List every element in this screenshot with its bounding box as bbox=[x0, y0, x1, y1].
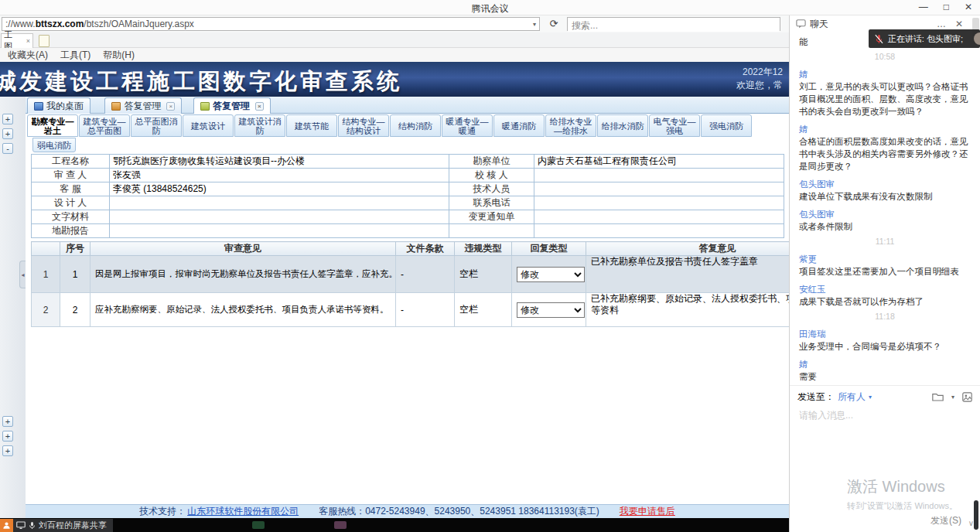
close-icon[interactable]: × bbox=[255, 102, 264, 111]
chat-title: 聊天 bbox=[810, 18, 828, 31]
send-to-selector[interactable]: 所有人 bbox=[838, 390, 866, 404]
support-company-link[interactable]: 山东环球软件股份有限公司 bbox=[187, 505, 299, 518]
menu-tools[interactable]: 工具(T) bbox=[60, 49, 90, 62]
maximize-icon[interactable]: □ bbox=[944, 2, 949, 12]
tab-hvac-fire[interactable]: 暖通消防 bbox=[493, 114, 545, 137]
file-attach-icon[interactable] bbox=[932, 392, 944, 401]
tab-plumbing[interactable]: 给排水专业—给排水 bbox=[545, 114, 596, 137]
tab-structure-design[interactable]: 结构专业—结构设计 bbox=[338, 114, 389, 137]
tab-structure-fire[interactable]: 结构消防 bbox=[390, 114, 441, 137]
tab-reply-management-active[interactable]: 答复管理 × bbox=[193, 97, 271, 114]
tab-siteplan-fire[interactable]: 总平面图消防 bbox=[131, 114, 182, 137]
tab-reply-management[interactable]: 答复管理 × bbox=[104, 97, 182, 114]
tab-plumbing-fire[interactable]: 给排水消防 bbox=[597, 114, 648, 137]
close-icon[interactable]: × bbox=[26, 37, 30, 45]
field-label: 客 服 bbox=[32, 182, 110, 196]
field-label: 审 查 人 bbox=[32, 169, 110, 182]
table-row[interactable]: 1 1 因是网上报审项目，报审时尚无勘察单位及报告书责任人签字盖章，应补充。 -… bbox=[32, 256, 790, 293]
desktop-icon bbox=[34, 102, 43, 111]
tab-weak-current-fire[interactable]: 弱电消防 bbox=[32, 138, 76, 152]
review-table: 序号 审查意见 文件条款 违规类型 回复类型 答复意见 1 1 因是网上报审项目… bbox=[31, 241, 789, 327]
scrollbar-thumb[interactable] bbox=[974, 500, 978, 530]
new-tab-button[interactable] bbox=[39, 35, 50, 47]
cell-seq: 1 bbox=[60, 256, 90, 293]
chevron-down-icon[interactable]: ▾ bbox=[951, 394, 954, 401]
discipline-tab-row2: 弱电消防 bbox=[32, 138, 76, 152]
chat-sender: 包头图审 bbox=[799, 178, 971, 190]
field-value: 张友强 bbox=[110, 169, 449, 182]
col-opinion: 审查意见 bbox=[90, 242, 396, 256]
tab-survey-geotech[interactable]: 勘察专业—岩土 bbox=[27, 114, 78, 137]
chat-bubble-icon bbox=[796, 19, 806, 29]
cell-reply[interactable]: 已补充勘察单位及报告书责任人签字盖章 bbox=[586, 256, 790, 293]
expand-button[interactable]: + bbox=[2, 431, 13, 442]
screenshot-icon[interactable] bbox=[962, 392, 972, 402]
reply-type-select[interactable]: 修改 bbox=[517, 302, 585, 318]
cell-clause: - bbox=[396, 256, 455, 293]
close-icon[interactable]: × bbox=[166, 102, 175, 111]
meeting-app-icon[interactable] bbox=[0, 519, 13, 532]
tab-my-desktop[interactable]: 我的桌面 bbox=[27, 97, 90, 114]
table-header-row: 序号 审查意见 文件条款 违规类型 回复类型 答复意见 bbox=[32, 242, 790, 256]
minimize-icon[interactable]: — bbox=[919, 2, 928, 12]
expand-button[interactable]: + bbox=[2, 445, 13, 456]
send-options-icon[interactable]: ∨ bbox=[968, 519, 974, 527]
expand-button[interactable]: + bbox=[2, 128, 13, 139]
tab-architecture-siteplan[interactable]: 建筑专业—总平面图 bbox=[79, 114, 130, 137]
field-label: 校 核 人 bbox=[449, 169, 534, 182]
close-icon[interactable]: ✕ bbox=[965, 2, 972, 12]
chat-sender: 婧 bbox=[799, 123, 971, 135]
cell-opinion: 因是网上报审项目，报审时尚无勘察单位及报告书责任人签字盖章，应补充。 bbox=[90, 256, 396, 293]
col-reply: 答复意见 bbox=[586, 242, 790, 256]
search-input[interactable] bbox=[568, 19, 780, 32]
field-label: 文字材料 bbox=[32, 210, 110, 224]
cell-seq: 2 bbox=[60, 293, 90, 327]
reply-type-select[interactable]: 修改 bbox=[517, 267, 585, 282]
send-button[interactable]: 发送(S) bbox=[930, 514, 961, 527]
reaction-icon[interactable] bbox=[974, 32, 980, 45]
expand-button[interactable]: + bbox=[2, 114, 13, 124]
meeting-titlebar: 腾讯会议 — □ ✕ bbox=[0, 0, 980, 15]
header-right: 2022年12 欢迎您，常 bbox=[736, 66, 783, 92]
chat-message: 成果下载是否就可以作为存档了 bbox=[799, 295, 971, 308]
chat-message: 业务受理中，合同编号是必填项不？ bbox=[799, 340, 971, 353]
refresh-icon[interactable]: ⟳ bbox=[546, 17, 562, 31]
page-footer: 技术支持： 山东环球软件股份有限公司 客服热线：0472-5243949、524… bbox=[26, 504, 789, 518]
tab-electrical-strong[interactable]: 电气专业—强电 bbox=[649, 114, 700, 137]
aftersale-link[interactable]: 我要申请售后 bbox=[620, 505, 675, 518]
form-row: 设 计 人 联系电话 bbox=[32, 196, 784, 210]
collapse-button[interactable]: - bbox=[2, 143, 13, 154]
menu-favorites[interactable]: 收藏夹(A) bbox=[8, 49, 48, 62]
splitter-collapse-icon[interactable]: ◂ bbox=[19, 261, 26, 288]
tab-building-energy[interactable]: 建筑节能 bbox=[286, 114, 337, 137]
chevron-down-icon[interactable]: ▾ bbox=[869, 394, 872, 401]
tab-hvac[interactable]: 暖通专业—暖通 bbox=[442, 114, 493, 137]
tab-architectural-fire[interactable]: 建筑设计消防 bbox=[234, 114, 285, 137]
tab-architectural-design[interactable]: 建筑设计 bbox=[183, 114, 234, 137]
close-icon[interactable]: ✕ bbox=[955, 19, 963, 29]
browser-tab[interactable]: 工图... × bbox=[1, 33, 33, 48]
expand-button[interactable]: + bbox=[2, 416, 13, 427]
taskbar-app-thumbnail[interactable] bbox=[252, 521, 265, 529]
chat-message-list[interactable]: 能 10:58 婧 刘工，意见书的表头可以更改吗？合格证书项目概况里的面积、层数… bbox=[790, 34, 980, 384]
browser-menu-row: 收藏夹(A) 工具(T) 帮助(H) bbox=[0, 48, 789, 62]
url-path: /btszh/OAMainJquery.aspx bbox=[84, 19, 194, 29]
taskbar: 刘百程的屏幕共享 bbox=[0, 518, 789, 532]
chat-sender: 婧 bbox=[799, 68, 971, 80]
discipline-tab-row: 勘察专业—岩土 建筑专业—总平面图 总平面图消防 建筑设计 建筑设计消防 建筑节… bbox=[27, 114, 753, 137]
cell-reply[interactable]: 已补充勘察纲要、原始记录、法人授权委托书、项目负 等资料 bbox=[586, 293, 790, 327]
taskbar-app-thumbnail[interactable] bbox=[334, 521, 347, 529]
menu-help[interactable]: 帮助(H) bbox=[103, 49, 135, 62]
table-row[interactable]: 2 2 应补充勘察纲要、原始记录、法人授权委托书、项目负责人承诺书等资料。 - … bbox=[32, 293, 790, 327]
chat-timestamp: 11:11 bbox=[799, 235, 971, 247]
chat-input[interactable] bbox=[790, 408, 980, 452]
screen-share-indicator[interactable]: 刘百程的屏幕共享 bbox=[13, 519, 113, 532]
person-icon bbox=[2, 521, 11, 530]
chevron-down-icon[interactable]: ▾ bbox=[533, 21, 536, 28]
address-bar[interactable]: ://www.bttszx.com/btszh/OAMainJquery.asp… bbox=[2, 17, 540, 31]
tab-strong-current-fire[interactable]: 强电消防 bbox=[701, 114, 752, 137]
field-value bbox=[534, 224, 784, 238]
more-icon[interactable]: … bbox=[937, 19, 946, 29]
header-date: 2022年12 bbox=[736, 66, 783, 79]
screen-share-label: 刘百程的屏幕共享 bbox=[39, 520, 107, 531]
